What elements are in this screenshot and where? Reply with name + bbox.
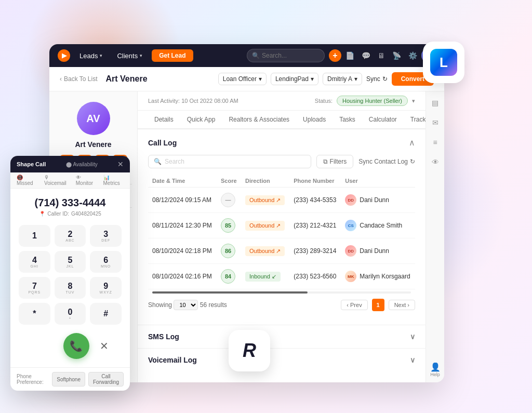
key-2-button[interactable]: 2ABC — [55, 225, 86, 247]
status-badge: Housing Hunter (Seller) — [337, 96, 408, 106]
chat-icon[interactable]: 💬 — [362, 51, 370, 60]
voicemail-log-collapse-icon: ∨ — [410, 356, 415, 364]
key-num: 5 — [68, 256, 73, 264]
key-sub: PQRS — [28, 290, 41, 294]
voicemail-log-section[interactable]: Voicemail Log ∨ — [138, 348, 425, 371]
cancel-button[interactable]: ✕ — [100, 340, 109, 352]
key-num: 0 — [68, 308, 73, 316]
key-1-button[interactable]: 1 — [19, 225, 50, 247]
loan-officer-chevron: ▾ — [259, 75, 262, 83]
right-icon-4[interactable]: 👁 — [430, 156, 441, 168]
right-icon-3[interactable]: ≡ — [431, 136, 439, 149]
user-avatar-icon: CS — [345, 220, 356, 231]
help-icon: 👤 — [430, 362, 441, 372]
table-row[interactable]: 08/12/2024 09:15 AM — Outbound ↗ (233) 4… — [148, 188, 415, 213]
call-log-collapse-icon[interactable]: ∧ — [409, 138, 415, 148]
cell-phone: (233) 289-3214 — [289, 238, 341, 264]
key-6-button[interactable]: 6MNO — [90, 251, 122, 273]
key-sub: GHI — [31, 264, 38, 268]
dialer-metrics-tab[interactable]: 📊 Metrics — [103, 175, 124, 186]
right-icon-2[interactable]: ✉ — [430, 116, 441, 129]
call-log-table: Date & Time Score Direction Phone Number… — [148, 175, 415, 289]
sidebar-contact-name: Art Venere — [75, 140, 111, 149]
right-icon-1[interactable]: ▤ — [430, 97, 441, 109]
clients-chevron-icon: ▾ — [140, 53, 142, 58]
user-name: Marilyn Korsgaard — [360, 273, 410, 280]
settings-icon[interactable]: ⚙️ — [408, 51, 417, 60]
subheader-selects: Loan Officer ▾ LendingPad ▾ Dmitriy A ▾ … — [218, 72, 434, 86]
filter-button[interactable]: ⧉ Filters — [316, 155, 354, 168]
call-button[interactable]: 📞 — [63, 333, 89, 359]
key-num: 4 — [32, 256, 37, 264]
key-num: 2 — [68, 230, 73, 238]
page-size-select[interactable]: 102550 — [174, 300, 198, 310]
key-3-button[interactable]: 3DEF — [90, 225, 122, 247]
table-row[interactable]: 08/10/2024 02:16 PM 84 Inbound ↙ (233) 5… — [148, 264, 415, 289]
search-icon: 🔍 — [252, 52, 260, 59]
nav-leads-menu[interactable]: Leads ▾ — [74, 49, 108, 63]
dialer-close-button[interactable]: ✕ — [117, 160, 124, 168]
cell-date-time: 08/12/2024 09:15 AM — [148, 188, 217, 213]
back-to-list-link[interactable]: ‹ Back To List — [60, 75, 97, 83]
sync-button[interactable]: Sync ↻ — [366, 75, 388, 83]
key-sub: DEF — [101, 238, 110, 242]
table-row[interactable]: 08/11/2024 12:30 PM 85 Outbound ↗ (233) … — [148, 213, 415, 238]
key-#-button[interactable]: # — [90, 303, 122, 325]
status-chevron-icon[interactable]: ▾ — [412, 98, 415, 104]
availability-tab[interactable]: ⬤ Availability — [66, 162, 98, 167]
dialer-footer: Phone Preference: Softphone Call Forward… — [10, 367, 130, 391]
key-9-button[interactable]: 9WXYZ — [90, 277, 122, 299]
dialer-voicemail-tab[interactable]: 🎙 Voicemail — [44, 175, 69, 186]
user-name: Dani Dunn — [360, 196, 389, 204]
cell-date-time: 08/10/2024 02:18 PM — [148, 238, 217, 264]
tab-details[interactable]: Details — [148, 111, 180, 129]
monitor-icon[interactable]: 🖥 — [378, 51, 385, 60]
status-label: Status: — [315, 98, 332, 104]
voicemail-log-title: Voicemail Log — [148, 356, 197, 364]
dialer-monitor-tab[interactable]: 👁 Monitor — [76, 175, 96, 186]
key-8-button[interactable]: 8TUV — [55, 277, 86, 299]
call-forwarding-button[interactable]: Call Forwarding — [88, 372, 124, 387]
missed-icon: 📵 — [17, 175, 23, 180]
softphone-button[interactable]: Softphone — [52, 372, 85, 387]
lending-pad-select[interactable]: LendingPad ▾ — [271, 73, 318, 85]
sync-contact-log-button[interactable]: Sync Contact Log ↻ — [358, 158, 415, 165]
tab-realtors[interactable]: Realtors & Associates — [222, 111, 296, 129]
cell-user: MK Marilyn Korsgaard — [341, 264, 415, 289]
sms-log-section[interactable]: SMS Log ∨ — [138, 325, 425, 348]
add-button[interactable]: + — [329, 49, 341, 62]
tab-quick-app[interactable]: Quick App — [181, 111, 222, 129]
dmitriy-select[interactable]: Dmitriy A ▾ — [323, 73, 362, 85]
help-button[interactable]: 👤 Help — [430, 362, 441, 377]
dialer-missed-tab[interactable]: 📵 Missed — [17, 175, 37, 186]
tab-tracking[interactable]: Tracking — [404, 111, 425, 129]
call-log-section: Call Log ∧ 🔍 Search ⧉ Filters Sync Conta… — [138, 129, 425, 325]
key-*-button[interactable]: * — [19, 303, 50, 325]
cast-icon[interactable]: 📡 — [392, 51, 401, 60]
cell-score: — — [217, 188, 241, 213]
document-icon[interactable]: 📄 — [345, 51, 354, 60]
key-sub: MNO — [101, 264, 111, 268]
key-num: 9 — [103, 282, 108, 290]
nav-icons: 📄 💬 🖥 📡 ⚙️ — [345, 51, 417, 60]
key-num: # — [103, 310, 108, 318]
nav-clients-menu[interactable]: Clients ▾ — [112, 49, 148, 63]
tab-calculator[interactable]: Calculator — [363, 111, 403, 129]
col-phone: Phone Number — [289, 175, 341, 188]
table-row[interactable]: 08/10/2024 02:18 PM 86 Outbound ↗ (233) … — [148, 238, 415, 264]
metrics-icon: 📊 — [103, 175, 110, 180]
key-7-button[interactable]: 7PQRS — [19, 277, 50, 299]
loan-officer-select[interactable]: Loan Officer ▾ — [218, 73, 267, 85]
tab-tasks[interactable]: Tasks — [333, 111, 362, 129]
next-page-button[interactable]: Next › — [389, 300, 415, 310]
key-4-button[interactable]: 4GHI — [19, 251, 50, 273]
key-5-button[interactable]: 5JKL — [55, 251, 86, 273]
keypad: 12ABC3DEF4GHI5JKL6MNO7PQRS8TUV9WXYZ*0+# — [19, 225, 122, 325]
prev-page-button[interactable]: ‹ Prev — [341, 300, 367, 310]
crm-main: Last Activity: 10 Oct 2022 08:00 AM Stat… — [138, 91, 425, 382]
call-log-search[interactable]: 🔍 Search — [148, 155, 311, 168]
user-name: Dani Dunn — [360, 247, 389, 255]
get-lead-button[interactable]: Get Lead — [152, 49, 193, 62]
tab-uploads[interactable]: Uploads — [297, 111, 332, 129]
key-0-button[interactable]: 0+ — [55, 303, 86, 325]
